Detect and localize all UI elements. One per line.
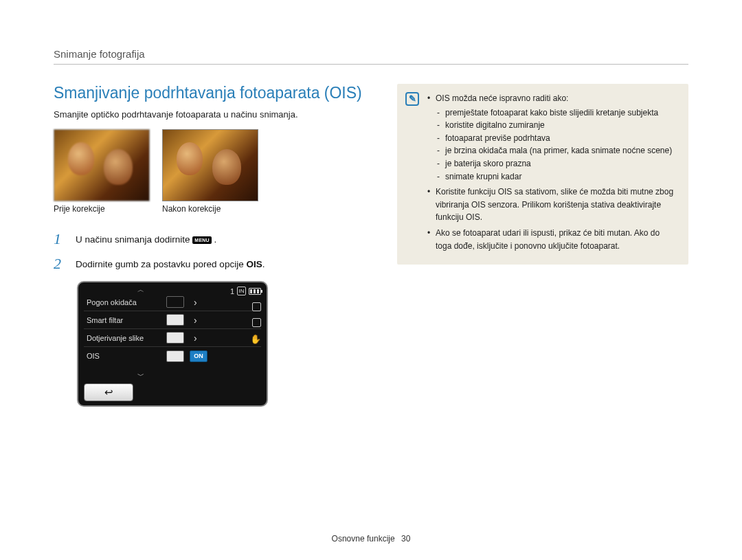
photo-comparison <box>54 129 370 201</box>
page-footer: Osnovne funkcije 30 <box>0 534 742 544</box>
setting-label: Smart filtar <box>87 316 161 324</box>
camera-screen: ︿ 1 IN ✋ Pogon okidača › Smart filt <box>77 281 268 407</box>
step-bold: OIS <box>246 259 262 269</box>
chevron-right-icon: › <box>194 297 197 308</box>
storage-in-icon: IN <box>237 287 246 295</box>
scroll-down-icon[interactable]: ﹀ <box>137 371 144 381</box>
info-box: ✎ OIS možda neće ispravno raditi ako: pr… <box>397 84 688 265</box>
setting-value-icon <box>166 314 184 326</box>
intro-text: Smanjite optičko podrhtavanje fotoaparat… <box>54 109 370 120</box>
breadcrumb: Snimanje fotografija <box>54 48 688 65</box>
info-sub-item: je brzina okidača mala (na primer, kada … <box>436 144 677 157</box>
ois-hand-icon: ✋ <box>250 334 261 344</box>
section-title: Smanjivanje podrhtavanja fotoaparata (OI… <box>54 84 370 102</box>
setting-label: OIS <box>87 352 161 360</box>
info-bullet: Koristite funkciju OIS sa stativom, slik… <box>427 186 677 224</box>
step-number: 1 <box>54 232 66 247</box>
steps-list: 1 U načinu snimanja dodirnite MENU . 2 D… <box>54 232 370 271</box>
info-sub-item: je baterija skoro prazna <box>436 157 677 170</box>
info-sub-item: koristite digitalno zumiranje <box>436 119 677 132</box>
step-text-after: . <box>214 234 217 245</box>
mode-icon-1 <box>252 302 261 311</box>
setting-row-ois[interactable]: OIS ON <box>84 347 261 365</box>
step-text: U načinu snimanja dodirnite <box>76 234 192 245</box>
setting-value-icon <box>166 332 184 344</box>
mode-icon-2 <box>252 318 261 327</box>
photo-before-label: Prije korekcije <box>54 204 150 214</box>
setting-value-icon <box>166 296 184 308</box>
info-sub-item: fotoaparat previše podrhtava <box>436 132 677 145</box>
info-sub-item: premještate fotoaparat kako biste slijed… <box>436 107 677 120</box>
photo-after-label: Nakon korekcije <box>162 204 258 214</box>
status-count: 1 <box>230 287 234 295</box>
back-button[interactable]: ↩ <box>84 383 133 401</box>
setting-label: Dotjerivanje slike <box>87 334 161 342</box>
menu-icon: MENU <box>192 236 211 244</box>
photo-before <box>54 129 150 201</box>
battery-icon <box>249 288 261 295</box>
footer-page-number: 30 <box>401 534 410 544</box>
chevron-right-icon: › <box>194 333 197 344</box>
setting-value-icon <box>166 350 184 362</box>
info-bullet: Ako se fotoaparat udari ili ispusti, pri… <box>427 227 677 252</box>
setting-value-on: ON <box>190 350 207 362</box>
info-lead: OIS možda neće ispravno raditi ako: <box>436 93 568 103</box>
setting-label: Pogon okidača <box>87 298 161 306</box>
step-text: Dodirnite gumb za postavku pored opcije <box>76 259 246 269</box>
info-sub-item: snimate krupni kadar <box>436 170 677 183</box>
step-text-after: . <box>262 259 265 269</box>
chevron-right-icon: › <box>194 315 197 326</box>
footer-section: Osnovne funkcije <box>332 534 395 544</box>
step-number: 2 <box>54 256 66 271</box>
note-icon: ✎ <box>405 92 419 106</box>
photo-after <box>162 129 258 201</box>
scroll-up-icon[interactable]: ︿ <box>137 285 144 295</box>
